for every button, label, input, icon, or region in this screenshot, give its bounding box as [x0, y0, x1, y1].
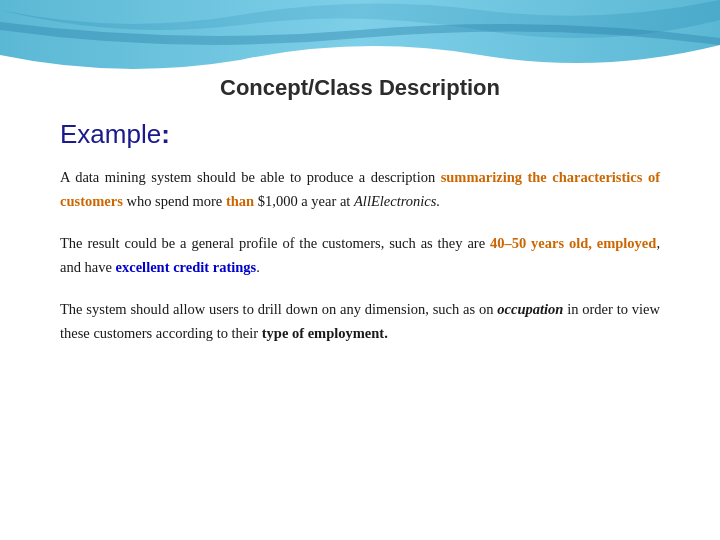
content-area: Concept/Class Description Example: A dat…	[60, 75, 660, 520]
highlight-occupation: occupation	[497, 301, 563, 317]
paragraph-3: The system should allow users to drill d…	[60, 298, 660, 346]
highlight-type-employment: type of employment.	[262, 325, 388, 341]
paragraph-2: The result could be a general profile of…	[60, 232, 660, 280]
example-heading: Example:	[60, 119, 660, 150]
highlight-age-employed: 40–50 years old, employed	[490, 235, 656, 251]
highlight-credit: excellent credit ratings	[116, 259, 257, 275]
paragraph-1: A data mining system should be able to p…	[60, 166, 660, 214]
wave-header	[0, 0, 720, 75]
company-name: AllElectronics.	[354, 193, 440, 209]
slide-container: Concept/Class Description Example: A dat…	[0, 0, 720, 540]
highlight-than: than	[226, 193, 254, 209]
slide-title: Concept/Class Description	[60, 75, 660, 101]
